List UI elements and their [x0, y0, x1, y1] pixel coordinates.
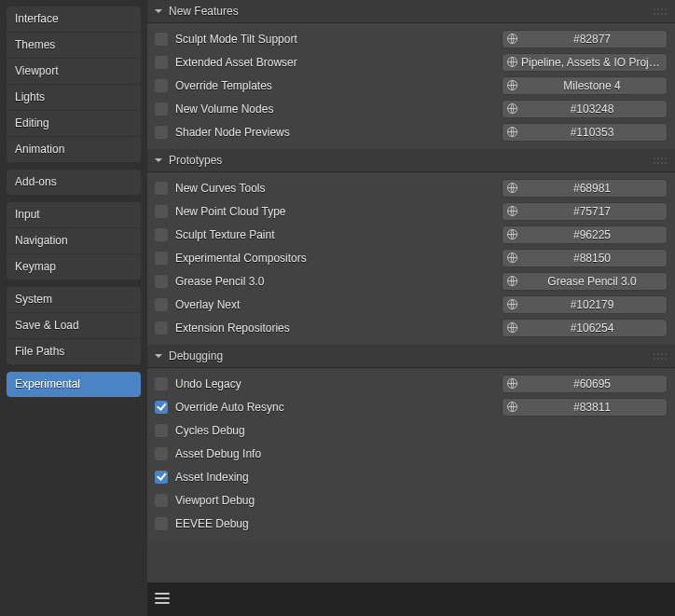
checkbox-override-auto-resync[interactable]: [155, 401, 168, 414]
sidebar-item-system[interactable]: System: [7, 287, 141, 313]
svg-point-4: [654, 13, 655, 15]
panel-header-new-features[interactable]: New Features: [147, 0, 675, 23]
checkbox-sculpt-mode-tilt-support[interactable]: [155, 33, 168, 46]
globe-icon: [503, 376, 521, 392]
svg-point-3: [665, 8, 667, 10]
link-button-new-volume-nodes[interactable]: #103248: [502, 100, 668, 118]
globe-icon: [503, 54, 521, 71]
link-button-new-point-cloud-type[interactable]: #75717: [502, 202, 668, 221]
link-button-shader-node-previews[interactable]: #110353: [502, 123, 668, 142]
globe-icon: [503, 31, 521, 48]
sidebar-item-lights[interactable]: Lights: [7, 85, 141, 111]
sidebar-item-interface[interactable]: Interface: [7, 7, 141, 33]
sidebar-item-themes[interactable]: Themes: [7, 33, 141, 59]
sidebar-item-experimental[interactable]: Experimental: [7, 372, 141, 397]
svg-point-6: [661, 13, 663, 15]
hamburger-menu[interactable]: [155, 592, 170, 608]
checkbox-overlay-next[interactable]: [155, 298, 168, 311]
checkbox-eevee-debug[interactable]: [155, 517, 168, 530]
checkbox-shader-node-previews[interactable]: [155, 126, 168, 139]
svg-point-35: [665, 358, 667, 360]
option-row-sculpt-mode-tilt-support: Sculpt Mode Tilt Support#82877: [155, 27, 668, 50]
link-text: #88150: [521, 252, 667, 265]
panel-header-debugging[interactable]: Debugging: [147, 345, 675, 368]
link-button-sculpt-texture-paint[interactable]: #96225: [502, 226, 668, 244]
option-row-override-templates: Override TemplatesMilestone 4: [155, 74, 668, 97]
checkbox-grease-pencil-3-0[interactable]: [155, 275, 168, 288]
checkbox-override-templates[interactable]: [155, 79, 168, 92]
option-row-shader-node-previews: Shader Node Previews#110353: [155, 120, 668, 144]
globe-icon: [503, 101, 521, 117]
link-button-new-curves-tools[interactable]: #68981: [502, 179, 668, 198]
sidebar-item-animation[interactable]: Animation: [7, 137, 141, 162]
sidebar-item-add-ons[interactable]: Add-ons: [7, 170, 141, 195]
link-button-extension-repositories[interactable]: #106254: [502, 319, 668, 337]
panel-debugging: DebuggingUndo Legacy#60695Override Auto …: [147, 345, 675, 541]
globe-icon: [503, 180, 521, 197]
checkbox-cycles-debug[interactable]: [155, 424, 168, 437]
globe-icon: [503, 77, 521, 94]
globe-icon: [503, 296, 521, 313]
option-label: New Curves Tools: [175, 182, 496, 195]
sidebar-item-viewport[interactable]: Viewport: [7, 59, 141, 85]
checkbox-sculpt-texture-paint[interactable]: [155, 228, 168, 241]
checkbox-viewport-debug[interactable]: [155, 494, 168, 507]
sidebar-item-editing[interactable]: Editing: [7, 111, 141, 137]
option-row-extended-asset-browser: Extended Asset BrowserPipeline, Assets &…: [155, 50, 668, 74]
statusbar: [147, 582, 675, 616]
svg-point-14: [657, 157, 659, 159]
option-row-grease-pencil-3-0: Grease Pencil 3.0Grease Pencil 3.0: [155, 269, 668, 293]
link-text: #106254: [521, 322, 667, 335]
checkbox-new-volume-nodes[interactable]: [155, 103, 168, 116]
checkbox-new-curves-tools[interactable]: [155, 182, 168, 195]
preferences-sidebar: InterfaceThemesViewportLightsEditingAnim…: [0, 0, 147, 616]
link-text: #75717: [521, 205, 667, 218]
link-button-override-auto-resync[interactable]: #83811: [502, 398, 668, 417]
option-row-sculpt-texture-paint: Sculpt Texture Paint#96225: [155, 223, 668, 246]
link-button-sculpt-mode-tilt-support[interactable]: #82877: [502, 30, 668, 48]
panel-prototypes: PrototypesNew Curves Tools#68981New Poin…: [147, 149, 675, 345]
drag-grip-icon[interactable]: [654, 156, 667, 165]
sidebar-item-save-load[interactable]: Save & Load: [7, 313, 141, 339]
option-label: Extension Repositories: [175, 322, 496, 335]
panel-header-prototypes[interactable]: Prototypes: [147, 149, 675, 172]
drag-grip-icon[interactable]: [654, 351, 667, 361]
link-button-override-templates[interactable]: Milestone 4: [502, 76, 668, 95]
link-text: #83811: [521, 401, 667, 414]
option-label: Viewport Debug: [175, 494, 496, 507]
svg-point-7: [665, 13, 667, 15]
link-button-extended-asset-browser[interactable]: Pipeline, Assets & IO Project...: [502, 53, 668, 72]
link-button-grease-pencil-3-0[interactable]: Grease Pencil 3.0: [502, 272, 668, 291]
svg-point-34: [661, 358, 663, 360]
checkbox-experimental-compositors[interactable]: [155, 252, 168, 265]
option-label: Asset Debug Info: [175, 447, 496, 460]
checkbox-undo-legacy[interactable]: [155, 377, 168, 390]
link-button-overlay-next[interactable]: #102179: [502, 295, 668, 314]
panel-title: Prototypes: [169, 154, 654, 167]
svg-point-33: [657, 358, 659, 360]
option-label: Grease Pencil 3.0: [175, 275, 496, 288]
checkbox-new-point-cloud-type[interactable]: [155, 205, 168, 218]
option-label: Cycles Debug: [175, 424, 496, 437]
checkbox-asset-debug-info[interactable]: [155, 447, 168, 460]
sidebar-item-file-paths[interactable]: File Paths: [7, 339, 141, 364]
option-label: Sculpt Texture Paint: [175, 228, 496, 241]
link-button-undo-legacy[interactable]: #60695: [502, 375, 668, 393]
option-row-asset-debug-info: Asset Debug Info: [155, 442, 668, 465]
checkbox-asset-indexing[interactable]: [155, 471, 168, 484]
svg-point-29: [657, 353, 659, 355]
checkbox-extension-repositories[interactable]: [155, 322, 168, 335]
drag-grip-icon[interactable]: [654, 7, 667, 16]
option-row-undo-legacy: Undo Legacy#60695: [155, 372, 668, 395]
link-button-experimental-compositors[interactable]: #88150: [502, 249, 668, 267]
svg-point-15: [661, 157, 663, 159]
sidebar-item-input[interactable]: Input: [7, 202, 141, 228]
sidebar-item-keymap[interactable]: Keymap: [7, 254, 141, 280]
option-label: Experimental Compositors: [175, 252, 496, 265]
checkbox-extended-asset-browser[interactable]: [155, 56, 168, 69]
sidebar-item-navigation[interactable]: Navigation: [7, 228, 141, 254]
svg-point-5: [657, 13, 659, 15]
link-text: #110353: [521, 126, 667, 139]
link-text: #68981: [521, 182, 667, 195]
option-label: Extended Asset Browser: [175, 56, 496, 69]
